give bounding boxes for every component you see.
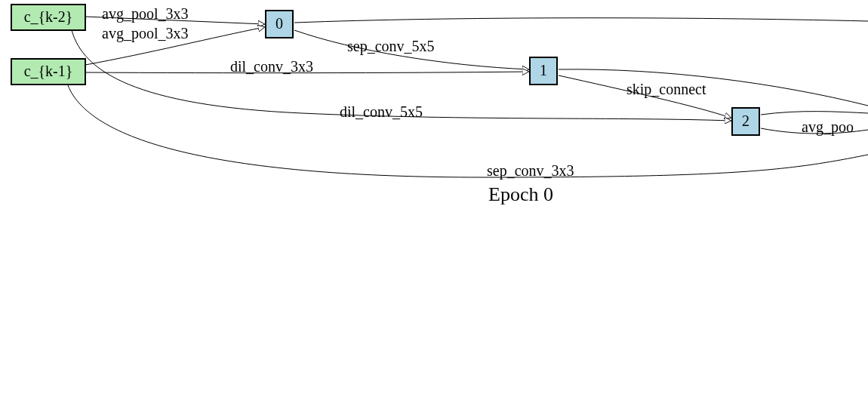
edge-label-ckm2-n2: dil_conv_5x5 [340, 103, 423, 120]
node-c-k-minus-1: c_{k-1} [11, 59, 85, 85]
edge-label-ckm1-out: sep_conv_3x3 [487, 162, 574, 180]
node-label-c-k-minus-1: c_{k-1} [24, 63, 73, 79]
edge-label-n1-n2: skip_connect [626, 81, 706, 98]
edge-n0-out [294, 18, 868, 23]
architecture-diagram: avg_pool_3x3 avg_pool_3x3 sep_conv_5x5 d… [0, 0, 868, 415]
node-label-2: 2 [742, 112, 749, 129]
edge-label-n2-out: avg_poo [802, 118, 854, 136]
diagram-caption: Epoch 0 [488, 183, 553, 205]
node-c-k-minus-2: c_{k-2} [11, 5, 85, 30]
node-0: 0 [266, 11, 293, 38]
node-2: 2 [732, 108, 759, 135]
edge-label-ckm2-n0: avg_pool_3x3 [102, 5, 188, 23]
edge-label-ckm1-n0: avg_pool_3x3 [102, 25, 188, 42]
edge-n2-out-top [761, 112, 868, 115]
node-label-1: 1 [540, 62, 547, 78]
node-1: 1 [530, 57, 557, 85]
node-label-0: 0 [275, 15, 283, 32]
edge-n1-out [559, 69, 868, 106]
edge-label-n0-n1: sep_conv_5x5 [347, 38, 435, 55]
edge-label-ckm1-n1: dil_conv_3x3 [230, 58, 313, 75]
node-label-c-k-minus-2: c_{k-2} [24, 8, 73, 25]
